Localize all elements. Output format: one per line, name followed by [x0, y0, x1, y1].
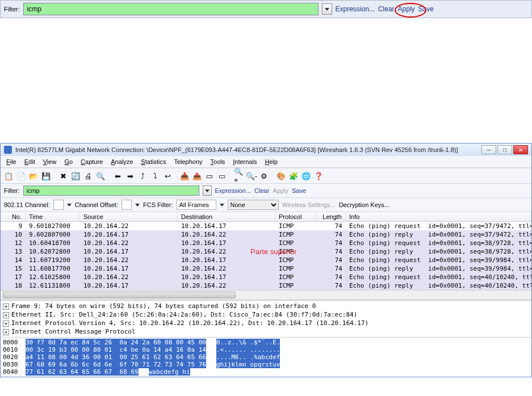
col-destination[interactable]: Destination — [178, 212, 275, 221]
clear-link[interactable]: Clear — [254, 187, 269, 194]
packet-row[interactable]: 1511.6081770010.20.164.1710.20.164.22ICM… — [1, 264, 531, 273]
menu-internals[interactable]: Internals — [229, 157, 260, 166]
toolbar-button-2[interactable]: 📂 — [28, 170, 39, 182]
menubar: FileEditViewGoCaptureAnalyzeStatisticsTe… — [1, 156, 531, 167]
toolbar-button-18[interactable]: 🔍- — [246, 170, 257, 182]
expand-icon[interactable]: + — [3, 304, 9, 310]
toolbar-button-3[interactable]: 💾 — [40, 170, 52, 182]
decryption-keys-link[interactable]: Decryption Keys... — [339, 201, 389, 208]
toolbar-button-10[interactable]: ⤴ — [137, 170, 148, 182]
horizontal-scrollbar[interactable] — [1, 290, 531, 300]
toolbar-button-12[interactable]: ↩ — [162, 170, 173, 182]
hex-row[interactable]: 003067 68 69 6a 6b 6c 6d 6e 6f 70 71 72 … — [3, 361, 529, 368]
expression-link[interactable]: Expression... — [336, 5, 375, 13]
col-no[interactable]: No. — [1, 212, 26, 221]
toolbar-button-0[interactable]: 📋 — [3, 170, 14, 182]
menu-telephony[interactable]: Telephony — [170, 157, 206, 166]
packet-row[interactable]: 1411.6071920010.20.164.2210.20.164.17ICM… — [1, 256, 531, 264]
packet-list-pane: No. Time Source Destination Protocol Len… — [1, 212, 531, 290]
toolbar-button-5[interactable]: 🔄 — [70, 170, 81, 182]
clear-link[interactable]: Clear — [378, 5, 395, 13]
toolbar-button-21[interactable]: 🧩 — [288, 170, 299, 182]
none-select[interactable]: None — [228, 200, 279, 210]
toolbar-button-15[interactable]: ▭ — [204, 170, 215, 182]
packet-list-body: 99.60182700010.20.164.2210.20.164.17ICMP… — [1, 222, 531, 290]
toolbar-button-13[interactable]: 📥 — [179, 170, 190, 182]
toolbar-button-19[interactable]: ⚙ — [258, 170, 270, 182]
minimize-button[interactable]: ─ — [481, 145, 496, 154]
toolbar-button-4[interactable]: ✖ — [57, 170, 69, 182]
hex-row[interactable]: 004077 61 62 63 64 65 66 67 68 69wabcdef… — [3, 368, 529, 376]
detail-line[interactable]: +Internet Control Message Protocol — [3, 327, 529, 336]
expand-icon[interactable]: + — [3, 329, 9, 335]
hex-row[interactable]: 001000 3c 19 b3 00 00 80 01 c4 be 0a 14 … — [3, 346, 529, 353]
hex-row[interactable]: 0020a4 11 08 00 4d 36 00 01 00 25 61 62 … — [3, 353, 529, 361]
detail-line[interactable]: +Frame 9: 74 bytes on wire (592 bits), 7… — [3, 302, 529, 310]
packet-row[interactable]: 1712.6102580010.20.164.2210.20.164.17ICM… — [1, 273, 531, 281]
toolbar-button-16[interactable]: ▭ — [216, 170, 228, 182]
wireshark-window: Intel(R) 82577LM Gigabit Network Connect… — [0, 143, 532, 377]
menu-go[interactable]: Go — [61, 157, 76, 166]
channel-dd[interactable] — [67, 204, 72, 207]
detail-line[interactable]: +Ethernet II, Src: Dell_24:2a:60 (5c:26:… — [3, 310, 529, 319]
toolbar-button-14[interactable]: 📤 — [191, 170, 203, 182]
expand-icon[interactable]: + — [3, 312, 9, 318]
toolbar-button-20[interactable]: 🎨 — [275, 170, 287, 182]
chevron-down-icon — [220, 204, 224, 207]
menu-edit[interactable]: Edit — [21, 157, 39, 166]
fcs-dd[interactable] — [220, 204, 224, 207]
packet-row[interactable]: 1310.6207280010.20.164.1710.20.164.22ICM… — [1, 247, 531, 256]
col-protocol[interactable]: Protocol — [275, 212, 316, 221]
close-button[interactable]: ✕ — [513, 145, 528, 154]
channel-input[interactable] — [53, 200, 64, 210]
packet-details-pane: Meio +Frame 9: 74 bytes on wire (592 bit… — [1, 300, 531, 337]
filter-label: Filter: — [4, 187, 20, 194]
wireless-settings-link[interactable]: Wireless Settings... — [282, 201, 336, 208]
toolbar-button-11[interactable]: ⤵ — [149, 170, 161, 182]
toolbar-button-6[interactable]: 🖨 — [82, 170, 94, 182]
menu-tools[interactable]: Tools — [207, 157, 229, 166]
save-link[interactable]: Save — [292, 187, 306, 194]
fcs-label: FCS Filter: — [143, 201, 173, 208]
menu-analyze[interactable]: Analyze — [107, 157, 136, 166]
packet-row[interactable]: 99.60182700010.20.164.2210.20.164.17ICMP… — [1, 222, 531, 230]
fcs-input[interactable] — [177, 200, 216, 210]
top-filter-bar: Filter: icmp Expression... Clear Apply S… — [0, 0, 532, 18]
filter-dropdown[interactable] — [322, 3, 332, 15]
toolbar-button-17[interactable]: 🔍+ — [233, 170, 245, 182]
menu-help[interactable]: Help — [261, 157, 281, 166]
hex-row[interactable]: 000030 f7 0d 7a ec 84 5c 26 0a 24 2a 60 … — [3, 339, 529, 346]
col-length[interactable]: Length — [316, 212, 346, 221]
toolbar-button-9[interactable]: ➡ — [124, 170, 136, 182]
detail-line[interactable]: +Internet Protocol Version 4, Src: 10.20… — [3, 319, 529, 327]
apply-link[interactable]: Apply — [273, 187, 288, 194]
menu-file[interactable]: File — [3, 157, 20, 166]
filter-dropdown[interactable] — [203, 186, 212, 196]
toolbar-button-1[interactable]: 📄 — [15, 170, 27, 182]
expand-icon[interactable]: + — [3, 321, 9, 327]
toolbar-button-8[interactable]: ⬅ — [112, 170, 123, 182]
packet-row[interactable]: 1210.6041870010.20.164.2210.20.164.17ICM… — [1, 239, 531, 247]
menu-capture[interactable]: Capture — [77, 157, 106, 166]
packet-row[interactable]: 1812.6113180010.20.164.1710.20.164.22ICM… — [1, 281, 531, 290]
chevron-down-icon — [135, 204, 140, 207]
apply-link[interactable]: Apply — [398, 5, 415, 13]
maximize-button[interactable]: □ — [497, 145, 512, 154]
titlebar: Intel(R) 82577LM Gigabit Network Connect… — [1, 144, 531, 156]
expression-link[interactable]: Expression... — [215, 187, 252, 194]
toolbar-button-22[interactable]: 🌐 — [300, 170, 312, 182]
filter-input[interactable]: icmp — [23, 186, 199, 196]
toolbar-button-7[interactable]: 🔍 — [95, 170, 106, 182]
col-source[interactable]: Source — [80, 212, 178, 221]
offset-input[interactable] — [122, 200, 132, 210]
filter-input[interactable]: icmp — [23, 3, 319, 15]
col-time[interactable]: Time — [26, 212, 80, 221]
save-link[interactable]: Save — [418, 5, 434, 13]
menu-view[interactable]: View — [40, 157, 60, 166]
wireless-bar: 802.11 Channel: Channel Offset: FCS Filt… — [1, 198, 531, 212]
packet-row[interactable]: 109.60280700010.20.164.1710.20.164.22ICM… — [1, 230, 531, 239]
toolbar-button-23[interactable]: ❓ — [313, 170, 324, 182]
menu-statistics[interactable]: Statistics — [137, 157, 169, 166]
col-info[interactable]: Info — [346, 212, 531, 221]
offset-dd[interactable] — [135, 204, 140, 207]
